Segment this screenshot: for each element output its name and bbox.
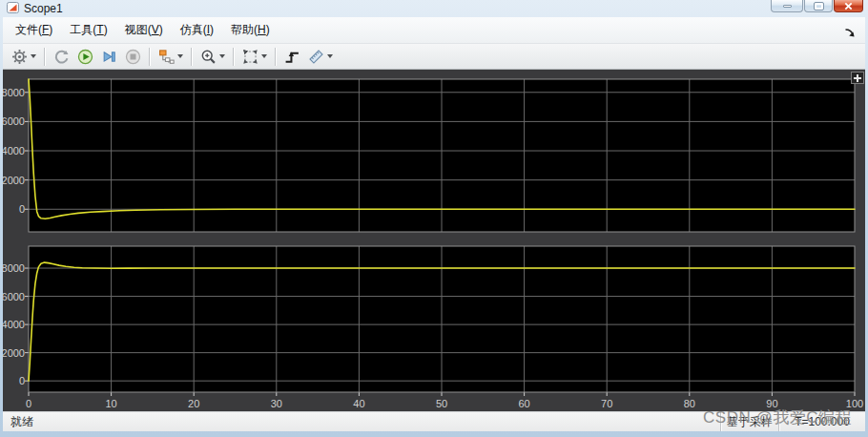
span-button[interactable] [238, 45, 271, 68]
step-forward-icon [101, 49, 117, 65]
scope-canvas: 0200040006000800002000400060008000010203… [3, 70, 865, 411]
cursor-measurements-button[interactable] [304, 45, 337, 68]
stop-button[interactable] [121, 45, 145, 68]
corner-plus-button[interactable] [851, 72, 864, 84]
watermark-text: CSDN @我爱C编程 [703, 406, 852, 428]
step-back-icon [53, 49, 70, 65]
settings-dropdown-caret [31, 54, 36, 58]
run-icon [77, 49, 93, 65]
fit-to-view-icon [242, 49, 258, 65]
magnifier-icon [200, 49, 217, 65]
settings-button[interactable] [8, 45, 40, 68]
svg-text:20: 20 [188, 398, 199, 409]
svg-text:6000: 6000 [3, 115, 25, 127]
svg-text:0: 0 [26, 398, 31, 409]
client-area: 文件(F)工具(T)视图(V)仿真(I)帮助(H) [3, 17, 865, 430]
menu-item-help[interactable]: 帮助(H) [222, 18, 279, 42]
run-button[interactable] [73, 45, 97, 68]
trigger-icon [284, 49, 300, 65]
menu-items: 文件(F)工具(T)视图(V)仿真(I)帮助(H) [7, 18, 279, 42]
close-icon [844, 2, 853, 10]
scope-plots[interactable]: 0200040006000800002000400060008000010203… [3, 70, 865, 411]
gear-icon [11, 49, 28, 65]
signal-selector-button[interactable] [155, 45, 187, 68]
toolbar-separator [275, 48, 277, 66]
svg-text:60: 60 [518, 398, 529, 409]
menu-bar: 文件(F)工具(T)视图(V)仿真(I)帮助(H) [3, 17, 865, 44]
svg-text:10: 10 [105, 398, 116, 409]
step-back-button[interactable] [50, 45, 73, 68]
signal-hierarchy-icon [158, 49, 175, 65]
step-forward-button[interactable] [97, 45, 121, 68]
maximize-button[interactable] [804, 0, 833, 12]
titlebar[interactable]: Scope1 [0, 0, 868, 17]
signal-selector-dropdown-caret [177, 54, 183, 58]
toolbar-separator [233, 48, 235, 66]
status-ready-label: 就绪 [3, 412, 720, 431]
svg-text:6000: 6000 [3, 291, 25, 302]
svg-text:8000: 8000 [3, 87, 25, 98]
svg-text:4000: 4000 [3, 145, 25, 156]
dock-arrow-icon[interactable] [844, 25, 856, 36]
zoom-button[interactable] [196, 45, 229, 68]
svg-text:40: 40 [353, 398, 364, 409]
stop-icon [125, 49, 141, 65]
toolbar-separator [191, 48, 193, 66]
scope-app-icon [7, 0, 19, 17]
svg-text:70: 70 [601, 398, 612, 409]
zoom-dropdown-caret [219, 54, 225, 58]
svg-text:2000: 2000 [3, 347, 25, 359]
svg-text:8000: 8000 [3, 262, 25, 274]
ruler-icon [308, 49, 324, 65]
span-dropdown-caret [261, 54, 267, 58]
svg-text:30: 30 [271, 398, 282, 409]
cursor-measurements-dropdown-caret [327, 54, 333, 58]
menu-item-file[interactable]: 文件(F) [7, 18, 61, 42]
svg-text:50: 50 [436, 398, 447, 409]
svg-text:2000: 2000 [3, 175, 25, 186]
svg-text:0: 0 [19, 203, 25, 215]
menu-item-tools[interactable]: 工具(T) [61, 18, 115, 42]
toolbar-separator [44, 48, 46, 66]
toolbar-separator [149, 48, 151, 66]
close-button[interactable] [834, 0, 863, 12]
minimize-icon [783, 5, 792, 8]
menu-item-view[interactable]: 视图(V) [116, 18, 172, 42]
svg-text:0: 0 [19, 375, 25, 386]
window-title: Scope1 [24, 2, 63, 15]
toolbar [3, 44, 865, 70]
trigger-button[interactable] [280, 45, 304, 68]
svg-text:4000: 4000 [3, 319, 25, 330]
maximize-icon [815, 3, 823, 10]
svg-text:80: 80 [684, 398, 695, 409]
scope-window: Scope1 文件(F)工具(T)视图(V)仿真(I)帮助(H) [0, 0, 868, 437]
menu-item-simulation[interactable]: 仿真(I) [172, 18, 222, 42]
minimize-button[interactable] [771, 0, 803, 12]
